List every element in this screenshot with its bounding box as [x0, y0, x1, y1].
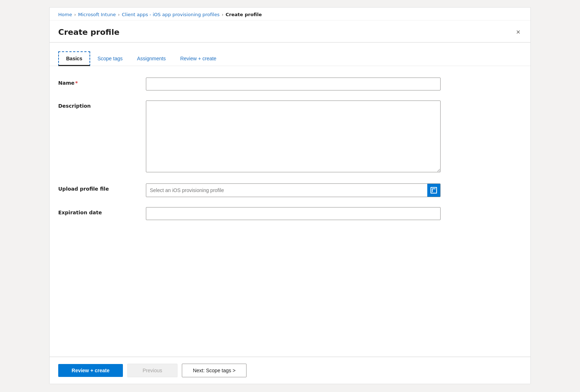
breadcrumb-current: Create profile — [226, 12, 262, 17]
upload-row: Upload profile file — [58, 183, 522, 197]
description-input-wrapper — [146, 101, 441, 173]
breadcrumb-sep-3: › — [222, 12, 224, 17]
tab-scope-tags[interactable]: Scope tags — [90, 51, 130, 66]
form-body: Name* Description Upload profile file — [50, 66, 530, 356]
breadcrumb-sep-1: › — [74, 12, 76, 17]
review-create-button[interactable]: Review + create — [58, 364, 123, 377]
upload-browse-button[interactable] — [427, 184, 440, 197]
upload-input-wrapper — [146, 183, 441, 197]
description-textarea[interactable] — [146, 101, 441, 172]
previous-button: Previous — [127, 364, 178, 377]
tab-basics[interactable]: Basics — [58, 51, 90, 66]
create-profile-panel: Home › Microsoft Intune › Client apps - … — [49, 7, 531, 384]
folder-icon — [431, 187, 437, 193]
breadcrumb-client-apps[interactable]: Client apps - iOS app provisioning profi… — [122, 12, 220, 17]
expiration-input[interactable] — [146, 207, 441, 220]
expiration-row: Expiration date — [58, 207, 522, 220]
upload-text-input[interactable] — [146, 184, 427, 197]
upload-label: Upload profile file — [58, 183, 137, 192]
close-button[interactable]: × — [515, 27, 522, 37]
name-row: Name* — [58, 78, 522, 90]
expiration-label: Expiration date — [58, 207, 137, 215]
upload-field — [146, 183, 441, 197]
tab-review-create[interactable]: Review + create — [173, 51, 224, 66]
panel-header: Create profile × — [50, 20, 530, 43]
name-input[interactable] — [146, 78, 441, 90]
breadcrumb-intune[interactable]: Microsoft Intune — [78, 12, 116, 17]
breadcrumb-home[interactable]: Home — [58, 12, 72, 17]
name-label: Name* — [58, 78, 137, 86]
panel-footer: Review + create Previous Next: Scope tag… — [50, 356, 530, 384]
breadcrumb: Home › Microsoft Intune › Client apps - … — [50, 8, 530, 20]
page-title: Create profile — [58, 28, 119, 37]
tab-bar: Basics Scope tags Assignments Review + c… — [50, 51, 530, 66]
description-row: Description — [58, 101, 522, 173]
description-label: Description — [58, 101, 137, 109]
tab-assignments[interactable]: Assignments — [130, 51, 173, 66]
next-button[interactable]: Next: Scope tags > — [182, 364, 247, 377]
name-input-wrapper — [146, 78, 441, 90]
expiration-input-wrapper — [146, 207, 441, 220]
breadcrumb-sep-2: › — [118, 12, 120, 17]
name-required-star: * — [75, 80, 78, 86]
